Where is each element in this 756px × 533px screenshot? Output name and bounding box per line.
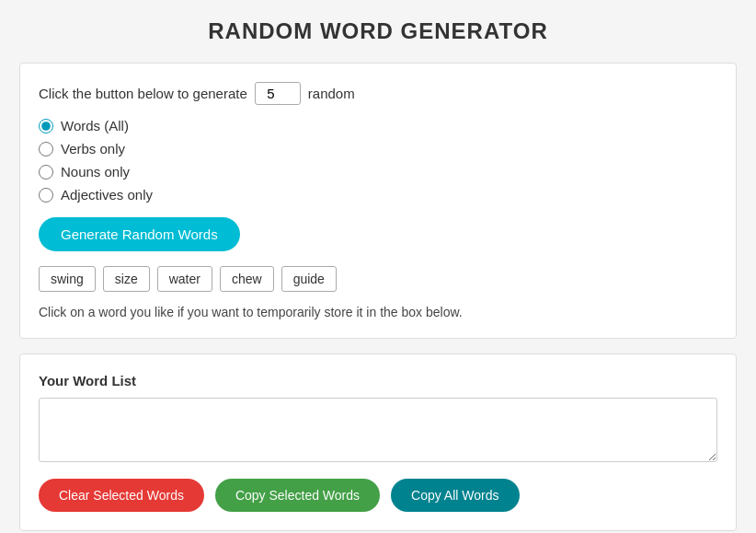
word-type-radio-group: Words (All) Verbs only Nouns only Adject… — [39, 118, 717, 203]
page-title: RANDOM WORD GENERATOR — [208, 18, 547, 44]
radio-adjectives-only-label: Adjectives only — [61, 187, 153, 203]
word-chip-size[interactable]: size — [103, 266, 150, 292]
word-chip-guide[interactable]: guide — [281, 266, 337, 292]
prompt-after-text: random — [308, 86, 355, 101]
radio-adjectives-only[interactable]: Adjectives only — [39, 187, 717, 203]
radio-verbs-only-label: Verbs only — [61, 141, 125, 156]
copy-all-button[interactable]: Copy All Words — [391, 479, 519, 512]
clear-selected-button[interactable]: Clear Selected Words — [39, 479, 204, 512]
radio-words-all-label: Words (All) — [61, 118, 129, 133]
copy-selected-button[interactable]: Copy Selected Words — [215, 479, 380, 512]
action-buttons: Clear Selected Words Copy Selected Words… — [39, 479, 717, 512]
prompt-before-text: Click the button below to generate — [39, 86, 247, 101]
generator-card: Click the button below to generate rando… — [19, 63, 737, 339]
click-hint-text: Click on a word you like if you want to … — [39, 305, 717, 319]
generated-words-row: swing size water chew guide — [39, 266, 717, 292]
radio-nouns-only[interactable]: Nouns only — [39, 164, 717, 180]
generate-button[interactable]: Generate Random Words — [39, 217, 240, 251]
radio-words-all[interactable]: Words (All) — [39, 118, 717, 133]
radio-nouns-only-label: Nouns only — [61, 164, 130, 180]
word-list-card: Your Word List Clear Selected Words Copy… — [19, 353, 737, 531]
word-list-textarea[interactable] — [39, 398, 717, 462]
word-list-title: Your Word List — [39, 373, 717, 388]
word-chip-swing[interactable]: swing — [39, 266, 96, 292]
radio-verbs-only[interactable]: Verbs only — [39, 141, 717, 156]
count-input[interactable] — [255, 82, 301, 105]
word-chip-water[interactable]: water — [157, 266, 212, 292]
word-chip-chew[interactable]: chew — [220, 266, 274, 292]
prompt-row: Click the button below to generate rando… — [39, 82, 717, 105]
